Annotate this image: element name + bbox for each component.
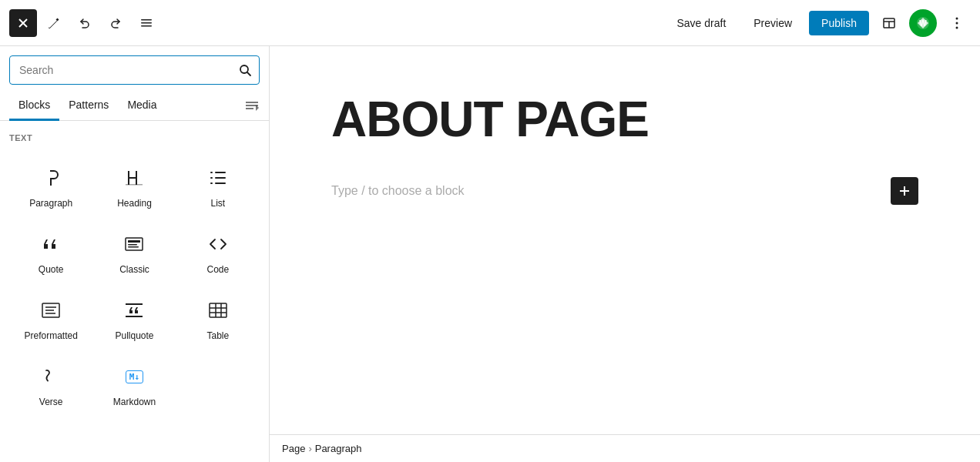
quote-label: Quote <box>39 264 64 275</box>
svg-rect-21 <box>210 182 213 184</box>
block-code[interactable]: Code <box>176 218 260 284</box>
block-markdown[interactable]: M↓ Markdown <box>92 350 176 417</box>
block-table[interactable]: Table <box>176 284 260 350</box>
svg-line-14 <box>247 72 250 75</box>
blocks-grid: Paragraph Heading <box>9 152 260 417</box>
table-icon <box>204 296 232 324</box>
heading-label: Heading <box>117 198 152 209</box>
paragraph-icon <box>37 164 65 192</box>
block-pullquote[interactable]: Pullquote <box>92 284 176 350</box>
sidebar: Blocks Patterns Media TEXT <box>0 46 270 462</box>
breadcrumb-page[interactable]: Page <box>282 443 305 454</box>
wordpress-icon[interactable]: W <box>909 9 937 37</box>
svg-point-11 <box>956 22 958 24</box>
toolbar-left <box>9 9 160 37</box>
editor-area[interactable]: ABOUT PAGE Type / to choose a block <box>270 46 980 434</box>
pullquote-label: Pullquote <box>115 330 153 341</box>
classic-label: Classic <box>119 264 149 275</box>
category-text-label: TEXT <box>9 133 260 142</box>
block-list[interactable]: List <box>176 152 260 218</box>
svg-rect-3 <box>141 22 152 24</box>
svg-rect-32 <box>210 303 227 317</box>
svg-text:W: W <box>919 19 927 28</box>
markdown-icon: M↓ <box>120 363 148 390</box>
save-draft-button[interactable]: Save draft <box>666 12 737 34</box>
block-quote[interactable]: Quote <box>9 218 92 284</box>
search-bar <box>0 46 269 85</box>
markdown-badge: M↓ <box>126 370 143 383</box>
svg-rect-4 <box>141 25 152 27</box>
code-label: Code <box>206 264 229 275</box>
close-button[interactable] <box>9 9 37 37</box>
paragraph-label: Paragraph <box>29 198 72 209</box>
block-verse[interactable]: Verse <box>9 350 92 417</box>
list-icon <box>204 164 232 192</box>
sidebar-content: TEXT Paragraph <box>0 121 269 462</box>
search-input[interactable] <box>10 58 231 82</box>
tab-icon[interactable] <box>244 98 260 113</box>
preview-button[interactable]: Preview <box>743 12 803 34</box>
tab-blocks[interactable]: Blocks <box>9 91 59 121</box>
sidebar-tabs: Blocks Patterns Media <box>0 91 269 121</box>
pullquote-icon <box>120 296 148 324</box>
verse-icon <box>37 363 65 390</box>
svg-point-12 <box>956 26 958 28</box>
add-block-button[interactable] <box>891 177 918 205</box>
preformatted-label: Preformatted <box>24 330 77 341</box>
block-preformatted[interactable]: Preformatted <box>9 284 92 350</box>
placeholder-text: Type / to choose a block <box>331 184 465 198</box>
svg-rect-17 <box>215 177 226 179</box>
undo-button[interactable] <box>71 9 99 37</box>
classic-icon <box>120 230 148 258</box>
tab-media[interactable]: Media <box>118 91 166 121</box>
main-layout: Blocks Patterns Media TEXT <box>0 46 980 462</box>
search-input-wrap <box>9 55 260 85</box>
search-icon-button[interactable] <box>231 56 259 84</box>
table-label: Table <box>206 330 229 341</box>
tab-patterns[interactable]: Patterns <box>59 91 118 121</box>
verse-label: Verse <box>39 397 63 407</box>
heading-icon <box>120 164 148 192</box>
toolbar: Save draft Preview Publish W <box>0 0 980 46</box>
quote-icon <box>37 230 65 258</box>
list-view-button[interactable] <box>133 9 160 37</box>
breadcrumb: Page › Paragraph <box>270 434 980 462</box>
breadcrumb-separator: › <box>308 443 311 454</box>
block-paragraph[interactable]: Paragraph <box>9 152 92 218</box>
svg-rect-19 <box>210 172 213 173</box>
publish-button[interactable]: Publish <box>809 11 869 35</box>
options-button[interactable] <box>943 9 971 37</box>
markdown-label: Markdown <box>113 397 156 407</box>
block-placeholder: Type / to choose a block <box>331 177 918 205</box>
preformatted-icon <box>37 296 65 324</box>
redo-button[interactable] <box>102 9 129 37</box>
svg-rect-31 <box>126 316 143 317</box>
svg-rect-25 <box>128 246 139 248</box>
svg-rect-30 <box>126 303 143 305</box>
block-heading[interactable]: Heading <box>92 152 176 218</box>
breadcrumb-paragraph[interactable]: Paragraph <box>315 443 362 454</box>
code-icon <box>204 230 232 258</box>
svg-rect-2 <box>141 19 152 21</box>
svg-rect-16 <box>215 172 226 173</box>
svg-point-10 <box>956 17 958 19</box>
page-title[interactable]: ABOUT PAGE <box>331 92 918 146</box>
svg-rect-23 <box>128 240 140 243</box>
view-button[interactable] <box>875 9 903 37</box>
svg-rect-24 <box>128 244 137 246</box>
block-classic[interactable]: Classic <box>92 218 176 284</box>
toolbar-right: Save draft Preview Publish W <box>666 9 971 37</box>
tools-button[interactable] <box>40 9 68 37</box>
svg-rect-20 <box>210 177 213 179</box>
editor-wrapper: ABOUT PAGE Type / to choose a block Page… <box>270 46 980 462</box>
list-label: List <box>210 198 225 209</box>
svg-rect-18 <box>215 182 226 184</box>
